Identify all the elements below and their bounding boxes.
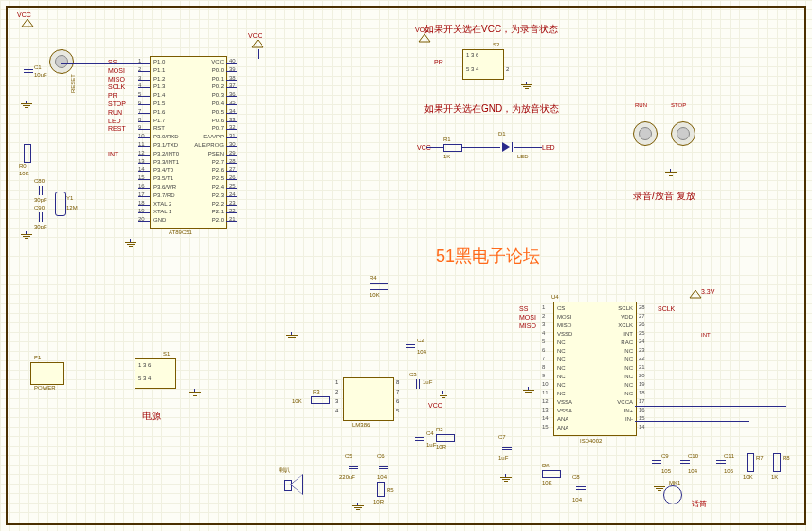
res-r6-ref: R6 xyxy=(542,463,550,468)
res-r6-val: 10K xyxy=(542,480,552,485)
cap-c11-val: 105 xyxy=(724,468,733,474)
res-r4-val: 10K xyxy=(370,292,380,298)
mic-symbol xyxy=(663,485,682,504)
mcu-pin-l-19: XTAL 1 xyxy=(153,209,171,214)
res-r6 xyxy=(542,470,561,478)
isd-pin-l-5: NC xyxy=(557,339,566,345)
vcc-label-lm: VCC xyxy=(428,402,442,409)
res-r7 xyxy=(747,453,754,472)
mcu-pin-l-6: P1.5 xyxy=(153,101,165,106)
cap-c10-val: 104 xyxy=(688,468,697,474)
cap-c3-ref: C3 xyxy=(409,372,417,377)
gnd-isd-left xyxy=(523,387,534,396)
cap-c4-ref: C4 xyxy=(426,430,434,436)
mcu-pin-r-25: P2.4 xyxy=(188,184,224,190)
mcu-pin-l-8: P1.7 xyxy=(153,118,165,123)
mcu-pin-r-31: EA/VPP xyxy=(188,134,224,139)
cap-c4-val: 1uF xyxy=(426,442,436,448)
cap-c4 xyxy=(415,432,424,446)
res-r5-ref: R5 xyxy=(387,487,394,493)
mcu-pin-l-7: P1.6 xyxy=(153,109,165,115)
isd-pin-l-4: VSSD xyxy=(557,331,572,337)
pr-net: PR xyxy=(434,59,443,65)
mcu-pin-r-23: P2.2 xyxy=(188,201,224,207)
cap-c1-ref: C1 xyxy=(34,64,42,70)
res-r7-val: 10K xyxy=(743,474,753,480)
watermark-text: 51黑电子论坛 xyxy=(436,245,540,267)
isd-pin-r-18: NC xyxy=(599,391,633,396)
res-r3-val: 10K xyxy=(292,398,302,404)
mcu-pin-r-22: P2.1 xyxy=(188,209,224,214)
vcc-label-s2: VCC xyxy=(415,27,429,33)
gnd-speaker xyxy=(352,503,364,512)
cap-c8-val: 104 xyxy=(572,497,582,503)
power-label-cn: 电源 xyxy=(142,410,161,423)
isd-pin-r-25: INT xyxy=(599,331,633,337)
res-r5 xyxy=(377,482,385,497)
mcu-pin-r-35: P0.4 xyxy=(188,101,224,106)
cap-c5 xyxy=(349,461,358,474)
mcu-pin-l-12: P3.2/INT0 xyxy=(153,151,179,156)
run-button[interactable] xyxy=(633,121,658,146)
p1-label: POWER xyxy=(34,385,56,391)
cap-c90-ref: C90 xyxy=(34,205,45,211)
res-r8 xyxy=(773,453,781,472)
mcu-pin-r-33: P0.6 xyxy=(188,118,224,123)
gnd-lm-a xyxy=(286,332,298,341)
cap-c6 xyxy=(379,461,388,474)
reset-button-label: RESET xyxy=(70,74,76,93)
stop-btn-label: STOP xyxy=(671,102,686,108)
res-r1-ref: R1 xyxy=(443,137,451,142)
isd-pin-l-1: CS xyxy=(557,305,565,311)
res-r2-val: 10R xyxy=(436,444,446,449)
svg-marker-3 xyxy=(690,290,701,298)
svg-marker-1 xyxy=(252,40,263,47)
cap-c8 xyxy=(576,482,586,495)
mcu-pin-r-27: P2.6 xyxy=(188,167,224,173)
mcu-net-l-9: REST xyxy=(108,125,126,132)
cap-c80-val: 30pF xyxy=(34,197,47,203)
isd-pin-l-7: NC xyxy=(557,357,566,362)
mic-label-cn: 话筒 xyxy=(692,499,707,509)
cap-c3-val: 1uF xyxy=(423,379,432,385)
diode-val: LED xyxy=(517,154,529,159)
gnd-crystal xyxy=(21,231,32,241)
cap-c7 xyxy=(502,442,512,455)
cap-c1 xyxy=(24,64,33,78)
vcc-arrow-1 xyxy=(22,19,33,28)
cap-c90 xyxy=(34,212,47,222)
mcu-pin-l-11: P3.1/TXD xyxy=(153,142,178,148)
mcu-pin-l-17: P3.7/RD xyxy=(153,192,175,198)
mcu-pin-r-39: P0.0 xyxy=(188,67,224,73)
crystal-val: 12M xyxy=(66,205,78,211)
isd-pin-r-16: IN+ xyxy=(599,408,633,413)
v33-label: 3.3V xyxy=(701,288,714,295)
mcu-net-l-6: STOP xyxy=(108,101,126,107)
res-r0-ref: R0 xyxy=(19,163,27,169)
isd4002-ref: ISD4002 xyxy=(580,438,602,444)
isd-pin-l-8: NC xyxy=(557,365,566,371)
cap-c5-ref: C5 xyxy=(345,453,352,459)
cap-c90-val: 30pF xyxy=(34,224,47,229)
mcu-pin-l-2: P1.1 xyxy=(153,67,165,73)
gnd-c7 xyxy=(500,474,512,484)
crystal-y1 xyxy=(55,192,66,216)
vcc-label-mcu: VCC xyxy=(248,32,262,39)
mcu-pin-l-9: RST xyxy=(153,125,165,131)
mcu-net-l-4: SCLK xyxy=(108,83,125,90)
reset-button[interactable] xyxy=(49,49,74,74)
mcu-pin-r-24: P2.3 xyxy=(188,192,224,198)
mcu-pin-r-36: P0.3 xyxy=(188,92,224,98)
isd-pin-r-26: XCLK xyxy=(599,322,633,328)
res-r2-ref: R2 xyxy=(436,427,443,432)
stop-button[interactable] xyxy=(671,121,695,146)
gnd-c1 xyxy=(21,101,32,110)
gnd-buttons xyxy=(665,169,677,178)
vcc-arrow-mcu xyxy=(252,40,263,49)
cap-c1-val: 10uF xyxy=(34,72,47,78)
power-connector xyxy=(30,362,64,385)
cap-c8-ref: C8 xyxy=(572,474,580,480)
mcu-pin-r-29: PSEN xyxy=(188,151,224,156)
res-r8-val: 1K xyxy=(771,474,778,480)
svg-marker-0 xyxy=(22,19,33,27)
